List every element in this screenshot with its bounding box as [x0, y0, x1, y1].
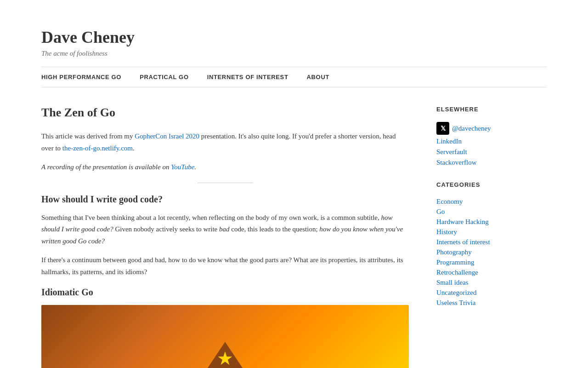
twitter-link[interactable]: 𝕏 @davecheney — [436, 122, 547, 135]
category-link[interactable]: Programming — [436, 259, 475, 266]
recording-text: A recording of the presentation is avail… — [41, 163, 171, 171]
category-item[interactable]: Small ideas — [436, 278, 547, 287]
elsewhere-item-serverfault[interactable]: Serverfault — [436, 148, 547, 156]
category-link[interactable]: Economy — [436, 198, 463, 205]
category-item[interactable]: Useless Trivia — [436, 299, 547, 307]
elsewhere-links-list: 𝕏 @davecheney LinkedIn Serverfault Stack… — [436, 122, 547, 167]
site-title-link[interactable]: Dave Cheney — [41, 28, 547, 47]
category-item[interactable]: Retrochallenge — [436, 268, 547, 276]
intro-text-start: This article was derived from my — [41, 132, 135, 140]
elsewhere-item-twitter[interactable]: 𝕏 @davecheney — [436, 122, 547, 135]
category-item[interactable]: Photography — [436, 248, 547, 256]
x-twitter-icon: 𝕏 — [436, 122, 449, 135]
category-link[interactable]: Photography — [436, 248, 472, 256]
categories-section: CATEGORIES EconomyGoHardware HackingHist… — [436, 181, 547, 307]
site-subtitle: The acme of foolishness — [41, 50, 547, 58]
elsewhere-section: ELSEWHERE 𝕏 @davecheney LinkedIn — [436, 106, 547, 167]
elsewhere-item-linkedin[interactable]: LinkedIn — [436, 138, 547, 145]
category-item[interactable]: History — [436, 228, 547, 236]
netlify-link[interactable]: the-zen-of-go.netlify.com — [62, 144, 133, 152]
nav-item-high-performance-go[interactable]: HIGH PERFORMANCE GO — [41, 67, 130, 87]
main-nav: HIGH PERFORMANCE GO PRACTICAL GO INTERNE… — [41, 67, 547, 87]
section1-italic2: bad — [219, 225, 230, 233]
recording-end: . — [194, 163, 196, 171]
post-title: The Zen of Go — [41, 106, 409, 120]
category-item[interactable]: Uncategorized — [436, 288, 547, 297]
nav-link-high-performance-go[interactable]: HIGH PERFORMANCE GO — [41, 67, 130, 87]
nav-link-internets[interactable]: INTERNETS OF INTEREST — [198, 67, 298, 87]
elsewhere-item-stackoverflow[interactable]: Stackoverflow — [436, 159, 547, 167]
site-header: Dave Cheney The acme of foolishness — [41, 9, 547, 67]
serverfault-link[interactable]: Serverfault — [436, 148, 547, 156]
category-item[interactable]: Economy — [436, 197, 547, 206]
nav-item-about[interactable]: ABOUT — [298, 67, 339, 87]
post-intro-paragraph: This article was derived from my GopherC… — [41, 131, 409, 154]
category-item[interactable]: Hardware Hacking — [436, 218, 547, 226]
nav-link-about[interactable]: ABOUT — [298, 67, 339, 87]
twitter-label: @davecheney — [452, 125, 491, 132]
gophercon-link[interactable]: GopherCon Israel 2020 — [135, 132, 199, 140]
post-body: This article was derived from my GopherC… — [41, 131, 409, 368]
category-item[interactable]: Programming — [436, 258, 547, 266]
nav-item-internets[interactable]: INTERNETS OF INTEREST — [198, 67, 298, 87]
linkedin-link[interactable]: LinkedIn — [436, 138, 547, 145]
post-divider — [198, 183, 253, 183]
category-link[interactable]: Hardware Hacking — [436, 218, 489, 225]
sidebar: ELSEWHERE 𝕏 @davecheney LinkedIn — [436, 106, 547, 368]
category-item[interactable]: Internets of interest — [436, 238, 547, 246]
category-link[interactable]: Internets of interest — [436, 238, 490, 246]
section1-para1-end: code, this leads to the question; — [230, 225, 320, 233]
nav-item-practical-go[interactable]: PRACTICAL GO — [130, 67, 198, 87]
category-link[interactable]: Small ideas — [436, 279, 469, 286]
categories-title: CATEGORIES — [436, 181, 547, 191]
category-link[interactable]: Uncategorized — [436, 289, 476, 296]
post-image — [41, 305, 409, 368]
section2-title: Idiomatic Go — [41, 287, 409, 298]
category-item[interactable]: Go — [436, 207, 547, 216]
section1-para1-middle: Given nobody actively seeks to write — [113, 225, 219, 233]
section1-title: How should I write good code? — [41, 194, 409, 205]
elsewhere-title: ELSEWHERE — [436, 106, 547, 115]
category-link[interactable]: History — [436, 228, 457, 236]
main-content: The Zen of Go This article was derived f… — [41, 106, 409, 368]
stackoverflow-link[interactable]: Stackoverflow — [436, 159, 547, 167]
recording-paragraph: A recording of the presentation is avail… — [41, 161, 409, 173]
categories-list: EconomyGoHardware HackingHistoryInternet… — [436, 197, 547, 307]
category-link[interactable]: Retrochallenge — [436, 269, 478, 276]
content-wrapper: The Zen of Go This article was derived f… — [41, 106, 547, 368]
intro-text-end: . — [133, 144, 135, 152]
category-link[interactable]: Useless Trivia — [436, 299, 475, 306]
category-link[interactable]: Go — [436, 208, 445, 215]
nav-link-practical-go[interactable]: PRACTICAL GO — [130, 67, 198, 87]
youtube-link[interactable]: YouTube — [171, 163, 194, 171]
section1-paragraph1: Something that I've been thinking about … — [41, 212, 409, 247]
section1-paragraph2: If there's a continuum between good and … — [41, 254, 409, 278]
section1-para1-start: Something that I've been thinking about … — [41, 214, 381, 221]
